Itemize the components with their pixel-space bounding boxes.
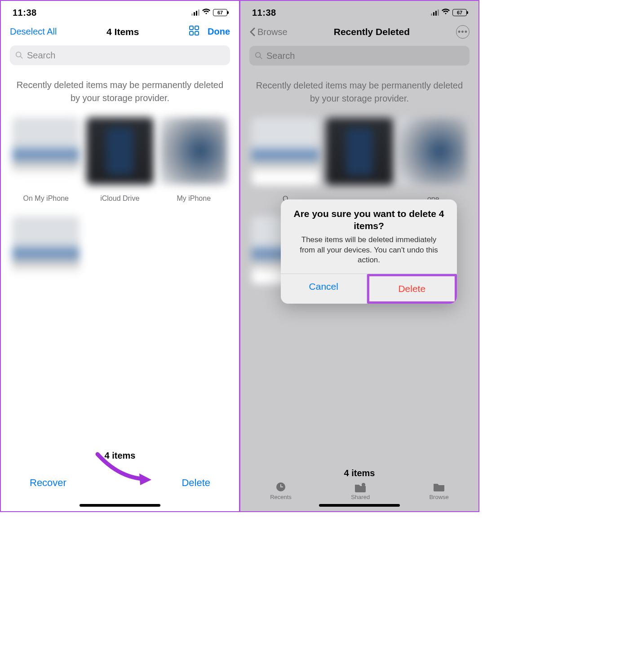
svg-point-6 <box>256 53 261 57</box>
phone-right: 11:38 67 Browse Recently Deleted ••• Sea… <box>240 1 478 511</box>
back-button[interactable]: Browse <box>249 27 288 37</box>
deletion-notice: Recently deleted items may be permanentl… <box>9 70 231 115</box>
tab-shared[interactable]: Shared <box>351 481 370 500</box>
tab-browse[interactable]: Browse <box>429 481 448 500</box>
delete-button[interactable]: Delete <box>182 477 210 489</box>
back-label: Browse <box>257 27 288 37</box>
svg-line-5 <box>21 57 23 59</box>
svg-line-7 <box>260 57 262 59</box>
confirm-delete-dialog: Are you sure you want to delete 4 items?… <box>281 199 457 304</box>
file-item[interactable]: My iPhone <box>157 115 231 213</box>
more-menu-button[interactable]: ••• <box>456 25 470 39</box>
search-field[interactable]: Search <box>10 45 230 65</box>
nav-bar: Browse Recently Deleted ••• <box>240 21 478 41</box>
file-item[interactable] <box>9 213 83 304</box>
svg-point-11 <box>362 483 365 486</box>
dialog-title: Are you sure you want to delete 4 items? <box>281 199 457 234</box>
battery-icon: 67 <box>213 9 227 16</box>
shared-folder-icon <box>354 481 367 493</box>
folder-icon <box>432 481 446 493</box>
file-thumbnail <box>252 118 319 185</box>
svg-rect-3 <box>195 31 199 35</box>
svg-rect-10 <box>280 486 283 487</box>
status-bar: 11:38 67 <box>1 1 239 21</box>
file-caption: iCloud Drive <box>100 195 139 203</box>
svg-point-4 <box>16 52 21 57</box>
cellular-icon <box>191 9 200 16</box>
svg-rect-1 <box>195 26 199 30</box>
chevron-left-icon <box>249 27 256 36</box>
search-icon <box>255 52 263 60</box>
status-time: 11:38 <box>252 8 276 18</box>
status-bar: 11:38 67 <box>240 1 478 21</box>
file-thumbnail <box>160 117 227 185</box>
file-item[interactable]: one <box>396 115 470 214</box>
dialog-delete-button[interactable]: Delete <box>367 274 457 304</box>
status-icons: 67 <box>191 9 228 17</box>
file-item[interactable] <box>323 115 397 214</box>
footer-item-count: 4 items <box>240 463 478 478</box>
clock-icon <box>274 481 288 493</box>
tab-label: Shared <box>351 494 370 500</box>
dialog-message: These items will be deleted immediately … <box>281 234 457 274</box>
home-indicator[interactable] <box>319 504 400 507</box>
battery-icon: 67 <box>452 9 467 16</box>
tab-recents[interactable]: Recents <box>270 481 292 500</box>
status-time: 11:38 <box>13 8 37 18</box>
file-thumbnail <box>12 216 80 283</box>
recover-button[interactable]: Recover <box>30 477 66 489</box>
file-thumbnail <box>326 118 393 185</box>
footer-toolbar: Recover Delete <box>1 461 239 504</box>
ellipsis-icon: ••• <box>458 27 468 37</box>
tab-label: Recents <box>270 494 292 500</box>
search-icon <box>15 51 23 59</box>
search-placeholder: Search <box>27 50 55 61</box>
search-placeholder: Search <box>266 51 295 61</box>
nav-bar: Deselect All 4 Items Done <box>1 21 239 41</box>
footer-item-count: 4 items <box>1 445 239 461</box>
file-thumbnail <box>399 118 467 185</box>
deletion-notice: Recently deleted items may be permanentl… <box>248 70 470 115</box>
dialog-buttons: Cancel Delete <box>281 274 457 304</box>
nav-title: Recently Deleted <box>334 27 410 37</box>
file-caption: On My iPhone <box>23 195 69 203</box>
svg-rect-2 <box>190 31 193 35</box>
status-icons: 67 <box>431 9 467 17</box>
home-indicator[interactable] <box>80 504 160 507</box>
nav-title: 4 Items <box>106 27 139 37</box>
file-item[interactable]: iCloud Drive <box>83 115 157 213</box>
file-thumbnail <box>12 117 80 185</box>
deselect-all-button[interactable]: Deselect All <box>10 27 57 37</box>
done-button[interactable]: Done <box>208 27 230 37</box>
grid-view-icon[interactable] <box>189 25 199 38</box>
file-item[interactable]: On My iPhone <box>9 115 83 213</box>
file-caption: My iPhone <box>177 195 211 203</box>
file-grid: On My iPhone iCloud Drive My iPhone <box>9 115 231 304</box>
svg-rect-0 <box>190 26 193 30</box>
wifi-icon <box>202 9 211 17</box>
phone-left: 11:38 67 Deselect All 4 Items Done Searc… <box>1 1 240 511</box>
file-item[interactable]: O <box>248 115 323 214</box>
tab-bar: Recents Shared Browse <box>240 478 478 504</box>
dialog-cancel-button[interactable]: Cancel <box>281 274 367 304</box>
file-thumbnail <box>86 117 154 185</box>
content-area: Recently deleted items may be permanentl… <box>1 70 239 445</box>
tab-label: Browse <box>429 494 448 500</box>
search-field[interactable]: Search <box>249 46 470 66</box>
cellular-icon <box>431 9 439 16</box>
wifi-icon <box>441 9 450 17</box>
